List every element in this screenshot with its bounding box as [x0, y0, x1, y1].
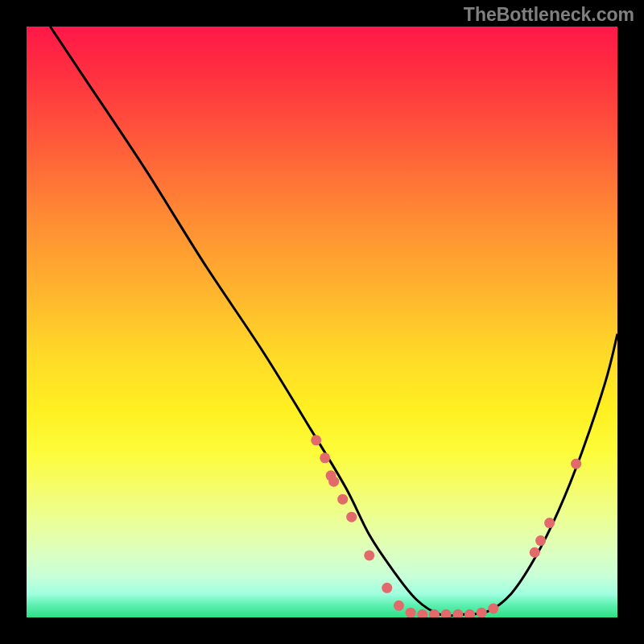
- data-markers: [311, 435, 581, 617]
- data-point: [394, 601, 404, 611]
- data-point: [406, 608, 416, 617]
- data-point: [346, 512, 357, 522]
- data-point: [320, 452, 330, 463]
- data-point: [535, 535, 546, 546]
- data-point: [311, 435, 321, 445]
- data-point: [328, 477, 339, 487]
- data-point: [452, 609, 463, 617]
- data-point: [488, 603, 498, 613]
- chart-container: TheBottleneck.com: [0, 0, 644, 644]
- data-point: [441, 609, 452, 617]
- data-point: [464, 609, 475, 617]
- data-point: [530, 547, 540, 558]
- watermark-text: TheBottleneck.com: [464, 4, 634, 26]
- bottleneck-curve: [50, 27, 617, 616]
- plot-area: [27, 27, 617, 617]
- data-point: [364, 550, 374, 560]
- chart-svg: [27, 27, 617, 617]
- data-point: [571, 459, 581, 469]
- data-point: [544, 518, 555, 528]
- data-point: [477, 608, 487, 617]
- data-point: [337, 494, 348, 505]
- data-point: [417, 609, 427, 617]
- data-point: [382, 583, 392, 593]
